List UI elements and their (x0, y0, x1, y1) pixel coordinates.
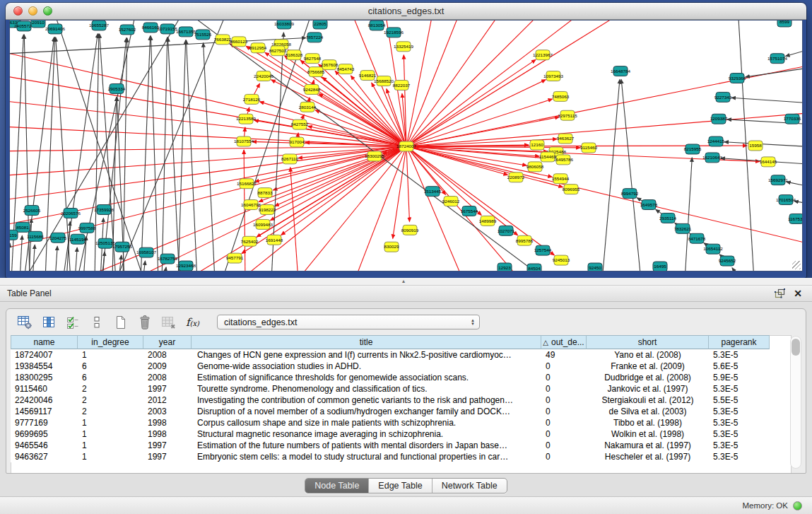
select-all-rows-button[interactable] (63, 313, 82, 332)
window-titlebar[interactable]: citations_edges.txt (6, 3, 806, 20)
graph-edge[interactable] (75, 247, 77, 271)
sort-ascending-icon: △ (543, 339, 548, 346)
graph-node-label: 8090919 (401, 228, 419, 233)
tab-edge-table[interactable]: Edge Table (369, 479, 432, 493)
graph-edge[interactable] (10, 146, 406, 202)
graph-node-label: 16099483 (253, 222, 273, 227)
table-row[interactable]: 946362711997Embryonic stem cells: a mode… (11, 451, 770, 462)
show-columns-button[interactable] (39, 313, 58, 332)
function-builder-button[interactable]: f(x) (183, 313, 202, 332)
graph-edge[interactable] (731, 98, 802, 103)
memory-status-indicator[interactable] (793, 501, 802, 510)
cell-pagerank: 5.6E-5 (709, 361, 770, 371)
graph-node-label: 1691448 (266, 238, 283, 243)
graph-node-label: 18107554 (234, 139, 254, 144)
graph-edge[interactable] (151, 36, 158, 271)
graph-edge[interactable] (162, 146, 406, 271)
graph-edge[interactable] (95, 34, 99, 271)
table-row[interactable]: 1938455462009Genome-wide association stu… (11, 361, 770, 372)
column-header-out_degree[interactable]: △out_de... (541, 335, 587, 349)
table-select-dropdown[interactable]: citations_edges.txt ▲▼ (217, 315, 480, 329)
graph-node-label: 7663822 (214, 37, 232, 42)
table-row[interactable]: 1872400712008Changes of HCN gene express… (11, 349, 770, 361)
table-row[interactable]: 977716911998Corpus callosum shape and si… (11, 417, 770, 428)
graph-edge[interactable] (406, 21, 434, 146)
graph-node-label: 2718126 (243, 97, 261, 102)
graph-edge[interactable] (204, 43, 215, 271)
graph-node-label: 16495786 (553, 157, 573, 162)
graph-edge[interactable] (143, 261, 146, 271)
graph-edge[interactable] (406, 112, 802, 146)
panel-split-divider[interactable]: ▴ (0, 278, 812, 286)
cell-title: Embryonic stem cells: a model to study s… (192, 452, 541, 462)
graph-edge[interactable] (787, 182, 802, 188)
graph-edge[interactable] (281, 146, 406, 235)
table-row[interactable]: 969969511998Structural magnetic resonanc… (11, 428, 770, 440)
column-header-year[interactable]: year (143, 335, 192, 349)
graph-edge[interactable] (168, 37, 180, 271)
column-header-title[interactable]: title (192, 335, 541, 349)
column-header-in_degree[interactable]: in_degree (78, 335, 143, 349)
table-row[interactable]: 911546021997Tourette syndrome. Phenomeno… (11, 383, 770, 395)
delete-table-button[interactable] (159, 313, 178, 332)
network-view-window[interactable]: citations_edges.txt 16336240557242091020… (6, 3, 806, 278)
graph-node-label: 9457791 (226, 255, 244, 260)
graph-edge[interactable] (55, 246, 57, 271)
table-row[interactable]: 1830029562008Estimation of significance … (11, 372, 770, 383)
cell-out_degree: 0 (541, 440, 587, 450)
table-row[interactable]: 2242004622012Investigating the contribut… (11, 395, 770, 406)
graph-edge[interactable] (732, 268, 741, 271)
graph-edge[interactable] (406, 21, 505, 146)
graph-node-label: 10973493 (543, 74, 563, 78)
graph-edge[interactable] (406, 146, 409, 221)
network-graph[interactable]: 1633624055724209102069140610655287152760… (10, 21, 802, 271)
graph-edge[interactable] (406, 21, 589, 146)
graph-edge[interactable] (33, 245, 35, 271)
table-row[interactable]: 946554611997Estimation of the future num… (11, 440, 770, 451)
graph-edge[interactable] (602, 79, 620, 271)
memory-status-label: Memory: OK (742, 501, 788, 510)
graph-edge[interactable] (724, 142, 802, 147)
column-settings-button[interactable] (15, 313, 34, 332)
column-header-name[interactable]: name (11, 335, 78, 349)
graph-edge[interactable] (141, 36, 151, 271)
create-new-column-button[interactable] (111, 313, 130, 332)
graph-edge[interactable] (187, 40, 197, 271)
graph-edge[interactable] (162, 37, 167, 271)
clear-row-selection-button[interactable] (87, 313, 106, 332)
graph-edge[interactable] (259, 102, 406, 146)
graph-node-label: 18300295 (365, 153, 384, 158)
table-header-row: namein_degreeyeartitle△out_de...shortpag… (11, 335, 770, 349)
graph-edge[interactable] (164, 267, 166, 271)
graph-edge[interactable] (116, 21, 229, 271)
network-canvas[interactable]: 1633624055724209102069140610655287152760… (9, 20, 803, 271)
cell-name: 9115460 (11, 384, 78, 394)
graph-node-label: 16210643 (702, 155, 722, 160)
scrollbar-thumb[interactable] (792, 339, 800, 356)
delete-columns-button[interactable] (135, 313, 154, 332)
graph-node-label: 7832621 (674, 226, 692, 231)
graph-node-label: 16671355 (176, 29, 196, 34)
tab-node-table[interactable]: Node Table (305, 479, 369, 493)
empty-checkboxes-icon (90, 315, 104, 329)
graph-edge[interactable] (406, 21, 632, 146)
graph-edge[interactable] (621, 79, 641, 271)
graph-node-label: 12213967 (533, 52, 553, 57)
graph-edge[interactable] (322, 77, 406, 146)
float-panel-button[interactable] (772, 287, 787, 300)
column-header-pagerank[interactable]: pagerank (709, 335, 770, 349)
table-row[interactable]: 1456911722003Disruption of a novel membe… (11, 406, 770, 417)
graph-node-label: 22420046 (254, 74, 273, 78)
tab-network-table[interactable]: Network Table (433, 479, 507, 493)
close-panel-button[interactable]: ✕ (791, 287, 805, 300)
window-resize-grip[interactable] (792, 261, 801, 269)
graph-edge[interactable] (24, 21, 187, 271)
graph-edge[interactable] (123, 38, 127, 271)
vertical-scrollbar[interactable] (790, 336, 801, 469)
graph-node-label: 20206576 (61, 211, 81, 216)
graph-edge[interactable] (786, 49, 802, 57)
column-header-short[interactable]: short (587, 335, 709, 349)
graph-edge[interactable] (20, 235, 22, 271)
status-bar: Memory: OK (0, 496, 812, 514)
cell-short: Dudbridge et al. (2008) (587, 373, 709, 382)
